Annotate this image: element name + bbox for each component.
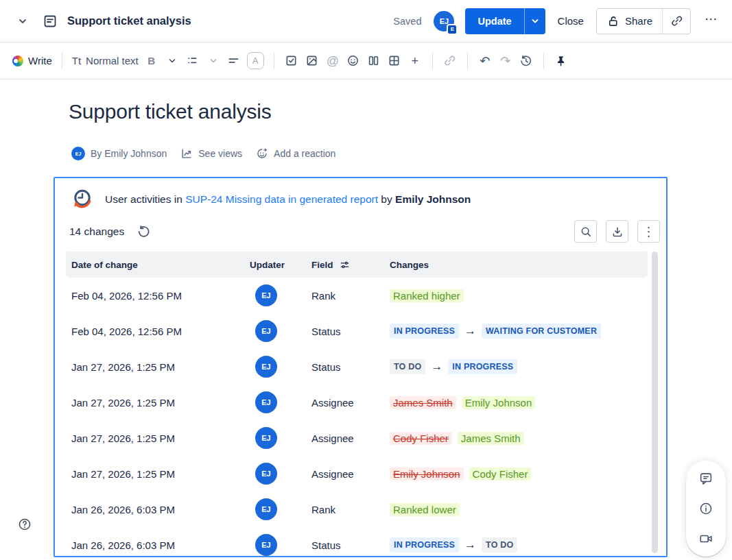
issue-link[interactable]: SUP-24 Missing data in generated report <box>185 193 378 205</box>
field-filter-icon[interactable] <box>340 260 350 270</box>
layouts-button[interactable] <box>364 50 384 72</box>
header-updater: Updater <box>250 260 311 270</box>
more-actions-button[interactable]: ⋯ <box>702 11 721 31</box>
cell-updater: EJ <box>250 391 311 413</box>
toolbar-divider <box>274 53 274 69</box>
page-icon <box>43 14 58 29</box>
bold-button[interactable]: B <box>141 50 162 72</box>
activity-table: Date of change Updater Field Changes Feb… <box>66 252 648 557</box>
pin-toolbar-button[interactable] <box>551 50 571 72</box>
change-arrow-icon: → <box>464 324 476 338</box>
insert-table-button[interactable] <box>384 50 405 72</box>
bold-icon: B <box>147 55 155 66</box>
cell-field: Assignee <box>311 468 390 480</box>
collapse-page-button[interactable] <box>12 11 33 32</box>
updater-avatar[interactable]: EJ <box>255 356 277 378</box>
text-align-button[interactable] <box>224 50 244 72</box>
comments-button[interactable] <box>694 470 718 487</box>
updater-avatar[interactable]: EJ <box>255 391 277 413</box>
cell-changes: Ranked lower <box>390 503 648 516</box>
copy-link-button[interactable] <box>663 9 690 34</box>
text-style-selector[interactable]: Tt Normal text <box>69 50 141 72</box>
document-title: Support ticket analysis <box>67 14 191 27</box>
ai-write-icon <box>12 56 23 66</box>
video-camera-icon <box>698 531 713 546</box>
insert-image-button[interactable] <box>302 50 322 72</box>
version-history-button[interactable] <box>516 50 536 72</box>
undo-button[interactable]: ↶ <box>475 50 495 72</box>
current-editor-avatar[interactable]: EJ E <box>434 11 454 32</box>
embed-more-button[interactable]: ⋮ <box>637 220 660 243</box>
link-icon <box>443 54 456 67</box>
updater-avatar[interactable]: EJ <box>255 427 277 449</box>
refresh-icon <box>137 225 150 239</box>
see-views-button[interactable]: See views <box>180 147 242 160</box>
image-icon <box>305 54 318 67</box>
list-options-chevron[interactable] <box>203 50 224 72</box>
updater-avatar[interactable]: EJ <box>255 463 277 485</box>
share-button[interactable]: Share <box>597 9 663 34</box>
toolbar-divider <box>432 53 433 69</box>
text-format-options-chevron[interactable] <box>162 50 182 72</box>
redo-icon: ↷ <box>500 55 510 67</box>
updater-avatar[interactable]: EJ <box>255 284 277 306</box>
top-bar-left: Support ticket analysis <box>12 11 393 32</box>
chevron-down-icon <box>17 16 28 27</box>
plus-icon: + <box>412 55 419 67</box>
views-chart-icon <box>180 147 193 160</box>
embed-title-author: Emily Johnson <box>395 193 471 205</box>
share-label: Share <box>625 15 652 27</box>
cell-date: Jan 26, 2026, 6:03 PM <box>71 539 250 551</box>
redo-button[interactable]: ↷ <box>495 50 516 72</box>
table-scrollbar[interactable] <box>652 252 658 553</box>
header-changes: Changes <box>390 260 648 270</box>
updater-avatar[interactable]: EJ <box>255 498 277 520</box>
updater-avatar[interactable]: EJ <box>255 320 277 342</box>
unlock-icon <box>606 14 619 27</box>
details-button[interactable] <box>694 500 718 517</box>
record-video-button[interactable] <box>694 531 718 547</box>
toolbar-divider <box>543 53 544 69</box>
mention-button[interactable]: @ <box>322 50 343 72</box>
bullet-list-button[interactable] <box>182 50 203 72</box>
user-activities-embed[interactable]: User activities in SUP-24 Missing data i… <box>54 177 668 557</box>
cell-field: Rank <box>311 504 390 515</box>
insert-link-button[interactable] <box>440 50 460 72</box>
cell-date: Jan 27, 2026, 1:25 PM <box>71 433 250 444</box>
ai-write-button[interactable]: Write <box>10 50 55 72</box>
activity-table-row: Jan 27, 2026, 1:25 PM EJ Assignee Emily … <box>66 456 648 491</box>
close-button[interactable]: Close <box>556 12 585 29</box>
insert-element-button[interactable]: + <box>405 50 425 72</box>
help-button[interactable] <box>16 516 33 533</box>
text-color-button[interactable]: A <box>244 50 267 72</box>
change-badge-added: Ranked lower <box>390 503 460 516</box>
editor-toolbar: Write Tt Normal text B A @ + ↶ ↷ <box>0 42 732 80</box>
activity-table-row: Jan 26, 2026, 6:03 PM EJ Rank Ranked low… <box>66 491 648 527</box>
text-style-icon: Tt <box>72 55 81 66</box>
add-reaction-button[interactable]: Add a reaction <box>256 147 335 160</box>
cell-updater: EJ <box>250 463 311 485</box>
emoji-button[interactable] <box>343 50 364 72</box>
update-options-button[interactable] <box>524 8 545 34</box>
cell-updater: EJ <box>250 356 311 378</box>
cell-date: Feb 04, 2026, 12:56 PM <box>71 290 250 302</box>
changes-count-wrap: 14 changes <box>69 224 154 239</box>
top-bar-right: Saved EJ E Update Close Share ⋯ <box>393 8 721 34</box>
byline: EJ By Emily Johnson See views Add a reac… <box>71 147 732 160</box>
change-badge-added: Cody Fisher <box>469 467 532 480</box>
activity-table-header: Date of change Updater Field Changes <box>66 252 648 278</box>
updater-avatar[interactable]: EJ <box>255 534 277 556</box>
refresh-button[interactable] <box>132 224 154 239</box>
cell-field: Status <box>311 361 390 373</box>
search-button[interactable] <box>574 220 597 243</box>
byline-author-label: By Emily Johnson <box>91 148 167 159</box>
task-list-button[interactable] <box>281 50 302 72</box>
byline-author[interactable]: EJ By Emily Johnson <box>71 147 167 160</box>
change-badge-status-blue: WAITING FOR CUSTOMER <box>482 324 601 339</box>
download-button[interactable] <box>606 220 628 243</box>
see-views-label: See views <box>198 148 242 159</box>
cell-field: Status <box>311 326 390 337</box>
ai-write-label: Write <box>28 55 52 66</box>
update-button[interactable]: Update <box>465 8 523 34</box>
change-badge-removed: Cody Fisher <box>390 432 452 445</box>
